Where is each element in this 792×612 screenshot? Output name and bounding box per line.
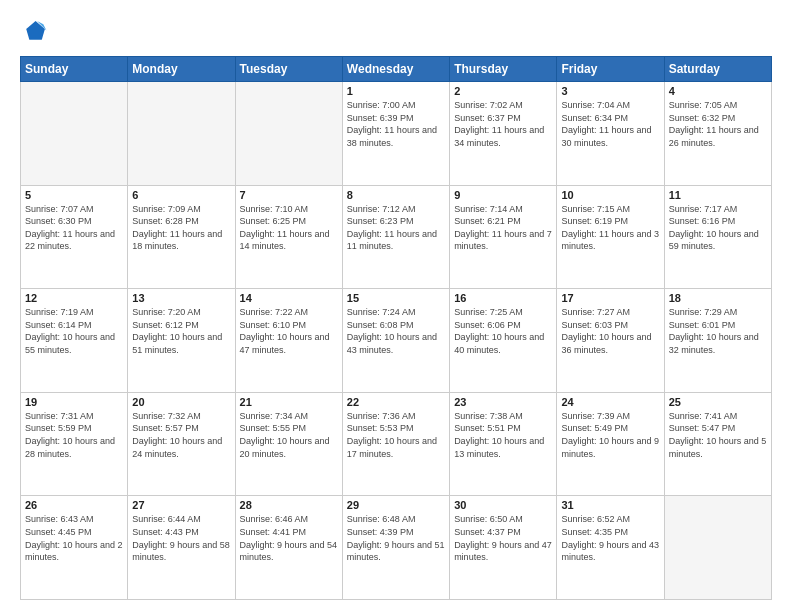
calendar-day-cell: 12Sunrise: 7:19 AM Sunset: 6:14 PM Dayli… — [21, 289, 128, 393]
day-info: Sunrise: 7:17 AM Sunset: 6:16 PM Dayligh… — [669, 203, 767, 253]
day-number: 3 — [561, 85, 659, 97]
day-number: 6 — [132, 189, 230, 201]
calendar-week-row: 26Sunrise: 6:43 AM Sunset: 4:45 PM Dayli… — [21, 496, 772, 600]
day-info: Sunrise: 7:34 AM Sunset: 5:55 PM Dayligh… — [240, 410, 338, 460]
day-info: Sunrise: 6:48 AM Sunset: 4:39 PM Dayligh… — [347, 513, 445, 563]
calendar-day-cell: 30Sunrise: 6:50 AM Sunset: 4:37 PM Dayli… — [450, 496, 557, 600]
day-info: Sunrise: 7:39 AM Sunset: 5:49 PM Dayligh… — [561, 410, 659, 460]
day-info: Sunrise: 6:46 AM Sunset: 4:41 PM Dayligh… — [240, 513, 338, 563]
day-number: 31 — [561, 499, 659, 511]
calendar-day-cell: 24Sunrise: 7:39 AM Sunset: 5:49 PM Dayli… — [557, 392, 664, 496]
day-info: Sunrise: 6:43 AM Sunset: 4:45 PM Dayligh… — [25, 513, 123, 563]
day-info: Sunrise: 7:29 AM Sunset: 6:01 PM Dayligh… — [669, 306, 767, 356]
calendar-day-cell: 15Sunrise: 7:24 AM Sunset: 6:08 PM Dayli… — [342, 289, 449, 393]
day-info: Sunrise: 7:14 AM Sunset: 6:21 PM Dayligh… — [454, 203, 552, 253]
day-number: 15 — [347, 292, 445, 304]
calendar-day-cell: 22Sunrise: 7:36 AM Sunset: 5:53 PM Dayli… — [342, 392, 449, 496]
calendar-day-cell: 20Sunrise: 7:32 AM Sunset: 5:57 PM Dayli… — [128, 392, 235, 496]
day-info: Sunrise: 7:31 AM Sunset: 5:59 PM Dayligh… — [25, 410, 123, 460]
calendar-day-cell: 31Sunrise: 6:52 AM Sunset: 4:35 PM Dayli… — [557, 496, 664, 600]
day-number: 21 — [240, 396, 338, 408]
day-number: 24 — [561, 396, 659, 408]
day-info: Sunrise: 7:07 AM Sunset: 6:30 PM Dayligh… — [25, 203, 123, 253]
logo — [20, 18, 52, 46]
calendar-day-cell: 9Sunrise: 7:14 AM Sunset: 6:21 PM Daylig… — [450, 185, 557, 289]
calendar-day-cell: 14Sunrise: 7:22 AM Sunset: 6:10 PM Dayli… — [235, 289, 342, 393]
calendar-day-cell: 29Sunrise: 6:48 AM Sunset: 4:39 PM Dayli… — [342, 496, 449, 600]
day-info: Sunrise: 7:09 AM Sunset: 6:28 PM Dayligh… — [132, 203, 230, 253]
calendar-day-cell: 1Sunrise: 7:00 AM Sunset: 6:39 PM Daylig… — [342, 82, 449, 186]
day-number: 28 — [240, 499, 338, 511]
calendar-day-cell: 28Sunrise: 6:46 AM Sunset: 4:41 PM Dayli… — [235, 496, 342, 600]
day-info: Sunrise: 7:04 AM Sunset: 6:34 PM Dayligh… — [561, 99, 659, 149]
calendar-day-cell: 10Sunrise: 7:15 AM Sunset: 6:19 PM Dayli… — [557, 185, 664, 289]
day-number: 9 — [454, 189, 552, 201]
calendar-day-cell: 21Sunrise: 7:34 AM Sunset: 5:55 PM Dayli… — [235, 392, 342, 496]
day-of-week-header: Saturday — [664, 57, 771, 82]
day-info: Sunrise: 7:05 AM Sunset: 6:32 PM Dayligh… — [669, 99, 767, 149]
day-number: 11 — [669, 189, 767, 201]
day-of-week-header: Wednesday — [342, 57, 449, 82]
calendar-day-cell — [664, 496, 771, 600]
day-number: 17 — [561, 292, 659, 304]
day-number: 13 — [132, 292, 230, 304]
calendar-day-cell — [235, 82, 342, 186]
calendar-table: SundayMondayTuesdayWednesdayThursdayFrid… — [20, 56, 772, 600]
day-info: Sunrise: 7:27 AM Sunset: 6:03 PM Dayligh… — [561, 306, 659, 356]
header — [20, 18, 772, 46]
calendar-day-cell: 26Sunrise: 6:43 AM Sunset: 4:45 PM Dayli… — [21, 496, 128, 600]
calendar-day-cell: 6Sunrise: 7:09 AM Sunset: 6:28 PM Daylig… — [128, 185, 235, 289]
day-number: 7 — [240, 189, 338, 201]
day-info: Sunrise: 7:38 AM Sunset: 5:51 PM Dayligh… — [454, 410, 552, 460]
day-info: Sunrise: 7:19 AM Sunset: 6:14 PM Dayligh… — [25, 306, 123, 356]
calendar-week-row: 19Sunrise: 7:31 AM Sunset: 5:59 PM Dayli… — [21, 392, 772, 496]
page: SundayMondayTuesdayWednesdayThursdayFrid… — [0, 0, 792, 612]
calendar-day-cell — [128, 82, 235, 186]
day-number: 18 — [669, 292, 767, 304]
day-number: 8 — [347, 189, 445, 201]
day-number: 20 — [132, 396, 230, 408]
day-info: Sunrise: 7:41 AM Sunset: 5:47 PM Dayligh… — [669, 410, 767, 460]
calendar-week-row: 1Sunrise: 7:00 AM Sunset: 6:39 PM Daylig… — [21, 82, 772, 186]
logo-icon — [20, 18, 48, 46]
day-number: 29 — [347, 499, 445, 511]
day-of-week-header: Thursday — [450, 57, 557, 82]
day-info: Sunrise: 7:02 AM Sunset: 6:37 PM Dayligh… — [454, 99, 552, 149]
day-of-week-header: Tuesday — [235, 57, 342, 82]
calendar-day-cell: 23Sunrise: 7:38 AM Sunset: 5:51 PM Dayli… — [450, 392, 557, 496]
calendar-day-cell: 25Sunrise: 7:41 AM Sunset: 5:47 PM Dayli… — [664, 392, 771, 496]
calendar-day-cell: 27Sunrise: 6:44 AM Sunset: 4:43 PM Dayli… — [128, 496, 235, 600]
day-number: 14 — [240, 292, 338, 304]
day-info: Sunrise: 7:32 AM Sunset: 5:57 PM Dayligh… — [132, 410, 230, 460]
day-info: Sunrise: 7:25 AM Sunset: 6:06 PM Dayligh… — [454, 306, 552, 356]
calendar-day-cell: 2Sunrise: 7:02 AM Sunset: 6:37 PM Daylig… — [450, 82, 557, 186]
day-number: 4 — [669, 85, 767, 97]
day-number: 12 — [25, 292, 123, 304]
calendar-day-cell: 16Sunrise: 7:25 AM Sunset: 6:06 PM Dayli… — [450, 289, 557, 393]
calendar-day-cell: 18Sunrise: 7:29 AM Sunset: 6:01 PM Dayli… — [664, 289, 771, 393]
day-of-week-header: Sunday — [21, 57, 128, 82]
calendar-day-cell: 13Sunrise: 7:20 AM Sunset: 6:12 PM Dayli… — [128, 289, 235, 393]
calendar-week-row: 12Sunrise: 7:19 AM Sunset: 6:14 PM Dayli… — [21, 289, 772, 393]
calendar-day-cell — [21, 82, 128, 186]
calendar-day-cell: 11Sunrise: 7:17 AM Sunset: 6:16 PM Dayli… — [664, 185, 771, 289]
day-info: Sunrise: 6:52 AM Sunset: 4:35 PM Dayligh… — [561, 513, 659, 563]
day-info: Sunrise: 7:22 AM Sunset: 6:10 PM Dayligh… — [240, 306, 338, 356]
day-number: 23 — [454, 396, 552, 408]
day-number: 5 — [25, 189, 123, 201]
day-number: 16 — [454, 292, 552, 304]
day-of-week-header: Monday — [128, 57, 235, 82]
calendar-day-cell: 17Sunrise: 7:27 AM Sunset: 6:03 PM Dayli… — [557, 289, 664, 393]
day-number: 22 — [347, 396, 445, 408]
day-number: 26 — [25, 499, 123, 511]
calendar-day-cell: 5Sunrise: 7:07 AM Sunset: 6:30 PM Daylig… — [21, 185, 128, 289]
day-info: Sunrise: 6:50 AM Sunset: 4:37 PM Dayligh… — [454, 513, 552, 563]
calendar-day-cell: 3Sunrise: 7:04 AM Sunset: 6:34 PM Daylig… — [557, 82, 664, 186]
day-info: Sunrise: 7:36 AM Sunset: 5:53 PM Dayligh… — [347, 410, 445, 460]
day-number: 2 — [454, 85, 552, 97]
day-info: Sunrise: 7:24 AM Sunset: 6:08 PM Dayligh… — [347, 306, 445, 356]
calendar-day-cell: 19Sunrise: 7:31 AM Sunset: 5:59 PM Dayli… — [21, 392, 128, 496]
calendar-week-row: 5Sunrise: 7:07 AM Sunset: 6:30 PM Daylig… — [21, 185, 772, 289]
day-info: Sunrise: 7:12 AM Sunset: 6:23 PM Dayligh… — [347, 203, 445, 253]
calendar-day-cell: 8Sunrise: 7:12 AM Sunset: 6:23 PM Daylig… — [342, 185, 449, 289]
